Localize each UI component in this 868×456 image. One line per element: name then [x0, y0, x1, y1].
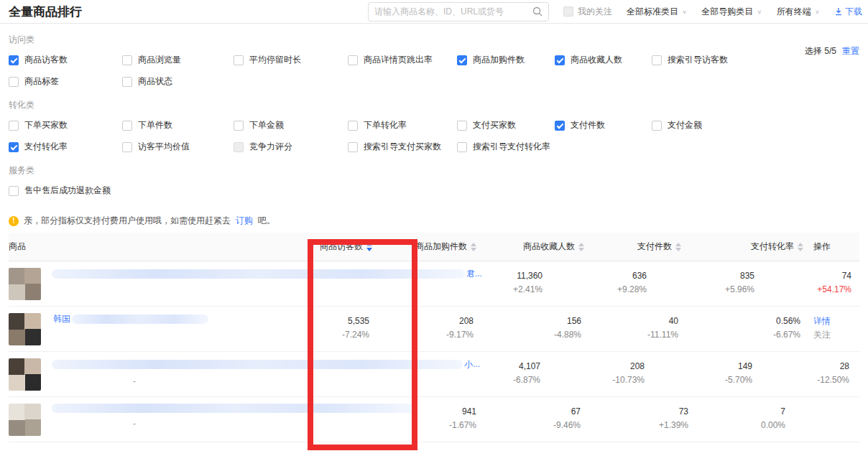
checkbox	[234, 121, 244, 131]
my-follow-checkbox[interactable]: 我的关注	[563, 6, 612, 18]
filter-checkbox[interactable]: 下单金额	[234, 119, 348, 131]
sort-icon[interactable]	[675, 243, 681, 251]
column-header-pay-conversion[interactable]: 支付转化率	[691, 241, 813, 253]
notice-text: 亲，部分指标仅支持付费用户使用哦，如需使用赶紧去	[24, 215, 231, 227]
filter-checkbox[interactable]: 访客平均价值	[122, 141, 234, 153]
product-sub: -	[133, 419, 417, 429]
filter-checkbox[interactable]: 商品访客数	[9, 54, 122, 66]
column-header-cart-adds[interactable]: 商品加购件数	[382, 241, 486, 253]
topbar: 全量商品排行 我的关注 全部标准类目 ∨ 全部导购类目 ∨ 所有终端 ∨ 下载	[0, 0, 868, 24]
filter-checkbox[interactable]: 搜索引导支付买家数	[348, 141, 457, 153]
filter-checkbox[interactable]: 商品加购件数	[457, 54, 555, 66]
filter-checkbox[interactable]: 支付金额	[652, 119, 859, 131]
favorites-cell: 73+1.39%	[594, 397, 701, 442]
checkbox	[9, 55, 19, 65]
sort-icon[interactable]	[471, 243, 476, 251]
search-input[interactable]	[374, 6, 532, 17]
favorites-cell: 156-4.88%	[486, 307, 594, 351]
upgrade-notice: ! 亲，部分指标仅支持付费用户使用哦，如需使用赶紧去 订购吧。	[9, 215, 859, 227]
product-title-link[interactable]: 韩国	[52, 313, 208, 325]
checkbox	[348, 121, 358, 131]
sort-icon[interactable]	[578, 243, 584, 251]
download-icon	[834, 7, 843, 16]
terminal-dropdown[interactable]: 所有终端 ∨	[777, 6, 820, 18]
detail-link[interactable]: 详情	[813, 315, 859, 328]
category-dropdown[interactable]: 全部标准类目 ∨	[627, 6, 687, 18]
checkbox	[652, 55, 662, 65]
column-header-actions: 操作	[813, 241, 859, 253]
pay-conversion-cell: 0.74%+1.37%	[798, 397, 868, 442]
product-sub: -	[133, 376, 481, 386]
product-image	[9, 268, 41, 300]
filter-checkbox[interactable]: 下单转化率	[348, 119, 457, 131]
product-sub	[133, 286, 484, 295]
checkbox	[9, 142, 19, 152]
table-row: 韩国 5,535-7.24% 208-9.17% 156-4.88% 40-11…	[9, 307, 859, 352]
filter-checkbox[interactable]: 商品收藏人数	[555, 54, 652, 66]
filter-checkbox[interactable]: 下单件数	[122, 119, 234, 131]
filter-checkbox[interactable]: 商品状态	[122, 75, 234, 88]
checkbox	[457, 55, 467, 65]
checkbox	[9, 77, 19, 87]
column-header-visitors[interactable]: 商品访客数	[310, 241, 382, 253]
cart-adds-cell: 208-10.73%	[553, 352, 657, 396]
checkbox	[122, 55, 132, 65]
column-header-product: 商品	[9, 241, 310, 253]
product-title-link[interactable]: 小...	[52, 358, 481, 371]
checkbox	[563, 6, 573, 17]
sort-icon[interactable]	[798, 243, 803, 251]
my-follow-label: 我的关注	[578, 6, 612, 18]
subscribe-link[interactable]: 订购	[236, 215, 253, 227]
filter-checkbox[interactable]: 商品浏览量	[122, 54, 234, 66]
checkbox	[234, 142, 244, 152]
visitors-cell: 5,535-7.24%	[310, 307, 382, 351]
visitors-cell: 941-1.67%	[417, 397, 489, 442]
product-title-link[interactable]	[52, 404, 417, 413]
paid-items-cell: 70.00%	[701, 397, 798, 442]
sort-icon[interactable]	[366, 243, 372, 251]
page-title: 全量商品排行	[9, 4, 82, 20]
paid-items-cell: 28-12.50%	[765, 352, 862, 396]
filter-checkbox[interactable]: 支付转化率	[9, 141, 122, 153]
column-header-favorites[interactable]: 商品收藏人数	[486, 241, 594, 253]
pay-conversion-cell: 0.41%+28.13%	[864, 261, 868, 306]
chevron-down-icon: ∨	[815, 9, 820, 15]
cart-adds-cell: 208-9.17%	[382, 307, 486, 351]
reset-link[interactable]: 重置	[842, 46, 859, 56]
paid-items-cell: 74+54.17%	[767, 261, 864, 306]
filter-checkbox[interactable]: 竞争力评分	[234, 141, 348, 153]
search-icon[interactable]	[532, 6, 542, 17]
blurred-title	[52, 269, 465, 279]
filter-checkbox[interactable]: 支付件数	[555, 119, 652, 131]
filter-checkbox[interactable]: 平均停留时长	[234, 54, 348, 66]
blurred-title	[72, 315, 208, 324]
filter-checkbox[interactable]: 搜索引导支付转化率	[457, 141, 555, 153]
column-header-paid-items[interactable]: 支付件数	[594, 241, 691, 253]
guide-category-dropdown[interactable]: 全部导购类目 ∨	[701, 6, 762, 18]
filter-panel: 选择 5/5重置 访问类 商品访客数 商品浏览量 平均停留时长 商品详情页跳出率…	[0, 34, 868, 197]
checkbox	[555, 121, 565, 131]
checkbox	[122, 77, 132, 87]
chevron-down-icon: ∨	[757, 9, 762, 15]
product-image	[9, 313, 41, 345]
filter-checkbox[interactable]: 商品详情页跳出率	[348, 54, 457, 66]
filter-checkbox[interactable]: 支付买家数	[457, 119, 555, 131]
checkbox	[457, 142, 467, 152]
checkbox	[348, 142, 358, 152]
table-row: 小... - 4,107-6.87% 208-10.73% 149-5.70% …	[9, 352, 859, 397]
selection-summary: 选择 5/5	[805, 46, 836, 56]
paid-items-cell: 40-11.11%	[594, 307, 691, 351]
product-title-link[interactable]: 君...	[52, 268, 484, 280]
section-label-visit: 访问类	[9, 34, 859, 46]
cart-adds-cell: 636+9.28%	[555, 261, 660, 306]
favorites-cell: 149-5.70%	[657, 352, 765, 396]
product-image	[9, 358, 41, 391]
filter-checkbox[interactable]: 售中售后成功退款金额	[9, 185, 122, 197]
filter-checkbox[interactable]: 下单买家数	[9, 119, 122, 131]
search-box[interactable]	[368, 2, 549, 22]
filter-checkbox[interactable]: 商品标签	[9, 75, 122, 88]
conversion-checkbox-grid: 下单买家数 下单件数 下单金额 下单转化率 支付买家数 支付件数 支付金额 支付…	[9, 119, 859, 153]
table-row: - 941-1.67% 67-9.46% 73+1.39% 70.00% 0.7…	[9, 397, 859, 442]
follow-link[interactable]: 关注	[813, 328, 859, 342]
download-link[interactable]: 下载	[834, 6, 862, 18]
